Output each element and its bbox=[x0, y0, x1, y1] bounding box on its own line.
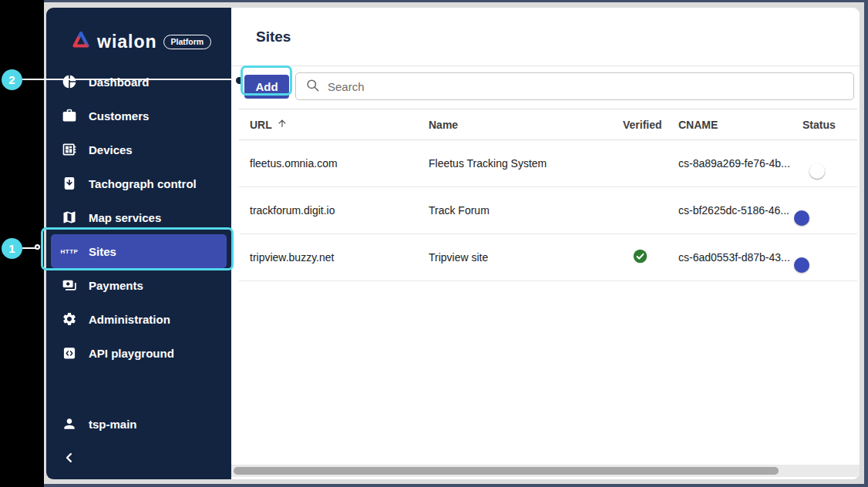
chevron-left-icon bbox=[60, 448, 79, 467]
column-header-verified[interactable]: Verified bbox=[623, 119, 678, 131]
callout-circle-2: 2 bbox=[2, 69, 22, 90]
api-icon bbox=[60, 344, 79, 362]
sidebar-item-api-playground[interactable]: API playground bbox=[51, 336, 227, 370]
sidebar-user-label: tsp-main bbox=[89, 418, 137, 431]
cell-name: Track Forum bbox=[429, 204, 623, 217]
devices-icon bbox=[60, 140, 79, 159]
callout-endpoint-1 bbox=[35, 244, 40, 250]
tachograph-icon bbox=[60, 174, 79, 193]
sidebar-item-label: Devices bbox=[89, 143, 133, 156]
sidebar-collapse-button[interactable] bbox=[51, 441, 227, 475]
logo: wialon Platform bbox=[46, 8, 231, 65]
sidebar-item-payments[interactable]: Payments bbox=[51, 268, 227, 302]
sidebar-nav: Dashboard Customers Devices bbox=[46, 65, 231, 370]
cell-cname: cs-6ad0553f-d87b-43... bbox=[678, 251, 802, 264]
cell-name: Tripview site bbox=[429, 251, 623, 264]
logo-text: wialon bbox=[97, 32, 157, 52]
search-box[interactable] bbox=[295, 72, 854, 100]
table-row[interactable]: fleetus.omnia.com Fleetus Tracking Syste… bbox=[239, 140, 857, 187]
person-icon bbox=[60, 415, 79, 433]
highlight-box-sites-item bbox=[41, 227, 234, 270]
search-input[interactable] bbox=[328, 80, 844, 93]
map-icon bbox=[60, 208, 79, 227]
cell-verified bbox=[623, 248, 678, 267]
sidebar-item-label: Administration bbox=[89, 313, 170, 326]
callout-circle-1: 1 bbox=[2, 238, 22, 259]
sidebar-item-tachograph-control[interactable]: Tachograph control bbox=[51, 166, 227, 200]
cell-url: trackforum.digit.io bbox=[239, 204, 429, 217]
table-row[interactable]: tripview.buzzy.net Tripview site cs-6ad0… bbox=[239, 234, 857, 281]
page-title: Sites bbox=[256, 29, 291, 45]
column-header-url[interactable]: URL bbox=[239, 118, 429, 131]
customers-icon bbox=[60, 106, 79, 125]
horizontal-scrollbar-track[interactable] bbox=[231, 465, 860, 477]
sidebar-bottom: tsp-main bbox=[46, 407, 231, 479]
cell-url: tripview.buzzy.net bbox=[239, 251, 429, 264]
page-header: Sites bbox=[231, 8, 860, 66]
sidebar-item-label: Payments bbox=[89, 279, 143, 292]
gear-icon bbox=[60, 310, 79, 328]
column-header-name[interactable]: Name bbox=[429, 119, 623, 131]
horizontal-scrollbar-thumb[interactable] bbox=[234, 467, 779, 475]
wialon-logo-icon bbox=[71, 30, 91, 53]
table-row[interactable]: trackforum.digit.io Track Forum cs-bf262… bbox=[239, 187, 857, 234]
sidebar-user[interactable]: tsp-main bbox=[51, 407, 227, 441]
sidebar-item-label: Customers bbox=[89, 109, 149, 123]
sidebar-item-label: API playground bbox=[89, 347, 174, 360]
sidebar-item-label: Map services bbox=[89, 211, 161, 224]
sort-asc-icon bbox=[277, 118, 288, 131]
logo-platform-badge: Platform bbox=[163, 35, 212, 49]
toolbar: Add bbox=[231, 66, 860, 106]
sidebar-item-label: Dashboard bbox=[89, 76, 149, 89]
column-header-label: URL bbox=[250, 119, 272, 131]
table-header-row: URL Name Verified CNAME Status bbox=[239, 109, 857, 140]
screenshot-root: wialon Platform Dashboard Customers bbox=[0, 0, 868, 487]
payments-icon bbox=[60, 276, 79, 294]
column-header-cname[interactable]: CNAME bbox=[678, 119, 802, 131]
cell-cname: cs-8a89a269-fe76-4b... bbox=[678, 157, 802, 170]
callout-line-2 bbox=[22, 79, 237, 80]
search-icon bbox=[305, 78, 320, 96]
main-content: Sites Add URL bbox=[231, 8, 860, 479]
highlight-box-add-button bbox=[241, 65, 292, 96]
dashboard-icon bbox=[60, 72, 79, 91]
verified-check-icon bbox=[632, 254, 648, 267]
sidebar-item-customers[interactable]: Customers bbox=[51, 99, 227, 133]
cell-url: fleetus.omnia.com bbox=[239, 157, 429, 170]
sites-table: URL Name Verified CNAME Status fleetus.o… bbox=[239, 109, 857, 281]
cell-cname: cs-bf2625dc-5186-46... bbox=[678, 204, 802, 217]
cell-name: Fleetus Tracking System bbox=[429, 157, 623, 170]
sidebar-item-devices[interactable]: Devices bbox=[51, 133, 227, 166]
sidebar-item-administration[interactable]: Administration bbox=[51, 302, 227, 336]
sidebar-item-dashboard[interactable]: Dashboard bbox=[51, 65, 227, 99]
column-header-status[interactable]: Status bbox=[802, 119, 857, 131]
sidebar-item-label: Tachograph control bbox=[89, 177, 197, 190]
